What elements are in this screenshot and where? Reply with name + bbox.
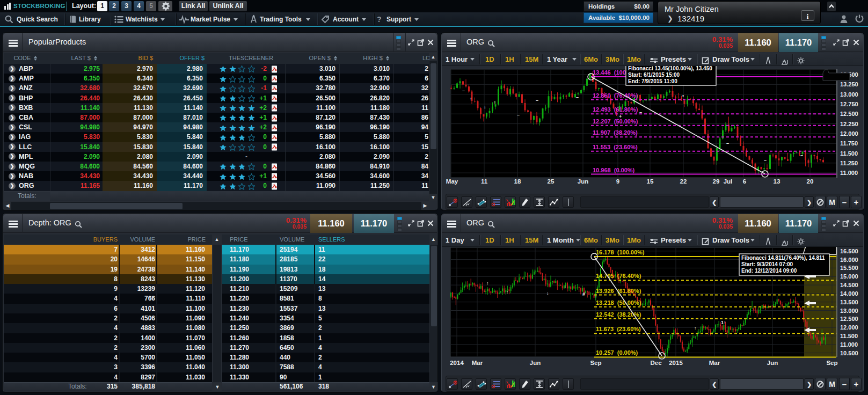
svg-text:11.553 (23.60%): 11.553 (23.60%) (593, 144, 638, 150)
svg-text:•: • (682, 93, 684, 99)
svg-text:10.968 (0.00%): 10.968 (0.00%) (593, 167, 635, 173)
svg-text:End: 7/9/2015 11:00: End: 7/9/2015 11:00 (628, 78, 677, 84)
svg-text:11.250: 11.250 (840, 160, 858, 166)
svg-text:15.500: 15.500 (840, 265, 858, 271)
svg-text:–: – (764, 158, 767, 163)
svg-text:Start: 6/1/2015 15:00: Start: 6/1/2015 15:00 (628, 72, 680, 78)
svg-text:11.673 (23.60%): 11.673 (23.60%) (596, 326, 641, 332)
svg-text:Mar: Mar (709, 360, 720, 366)
svg-text:10.257 (0.00%): 10.257 (0.00%) (596, 349, 638, 356)
svg-text:Mar: Mar (472, 360, 483, 366)
svg-text:15.000: 15.000 (840, 273, 858, 280)
svg-text:6: 6 (743, 178, 746, 185)
svg-text:Sep: Sep (590, 360, 601, 366)
svg-text:13: 13 (774, 178, 781, 185)
svg-text:–: – (462, 88, 465, 93)
svg-text:Jun: Jun (578, 178, 588, 185)
svg-text:↑: ↑ (486, 281, 489, 286)
svg-text:12.207 (50.00%): 12.207 (50.00%) (593, 118, 638, 125)
svg-text:Jul: Jul (724, 178, 733, 185)
svg-text:–: – (536, 98, 538, 103)
svg-text:May: May (446, 178, 458, 185)
svg-text:11: 11 (481, 178, 488, 185)
svg-text:↓: ↓ (484, 104, 486, 109)
svg-text:10.500: 10.500 (840, 350, 858, 356)
svg-text:14.500: 14.500 (840, 282, 858, 288)
svg-text:11.000: 11.000 (840, 170, 858, 176)
svg-text:13.000: 13.000 (840, 91, 858, 98)
svg-text:End: 12/12/2014 09:00: End: 12/12/2014 09:00 (741, 268, 797, 274)
svg-text:↑: ↑ (493, 100, 496, 105)
svg-text:12.500: 12.500 (840, 111, 858, 117)
svg-text:25: 25 (548, 178, 555, 185)
svg-text:12.860 (76.40%): 12.860 (76.40%) (593, 92, 638, 99)
svg-text:12.250: 12.250 (840, 121, 858, 127)
svg-text:↓: ↓ (546, 290, 549, 296)
svg-text:–: – (726, 141, 729, 146)
svg-text:13.000: 13.000 (840, 308, 858, 314)
svg-text:Fibonacci 14.811(76.40%), 14.8: Fibonacci 14.811(76.40%), 14.811 (741, 255, 825, 261)
svg-text:11.500: 11.500 (840, 150, 858, 157)
svg-text:Sep: Sep (826, 360, 837, 366)
svg-text:11.000: 11.000 (840, 341, 858, 348)
svg-text:14.795 (76.40%): 14.795 (76.40%) (596, 273, 641, 279)
svg-text:12.493 (61.80%): 12.493 (61.80%) (593, 106, 638, 113)
svg-text:13.218 (50.00%): 13.218 (50.00%) (596, 299, 641, 306)
svg-text:11.500: 11.500 (840, 333, 858, 339)
svg-text:13.500: 13.500 (840, 299, 858, 305)
svg-text:↓: ↓ (564, 284, 567, 289)
svg-text:12.542 (38.20%): 12.542 (38.20%) (596, 311, 641, 318)
svg-text:↑: ↑ (470, 96, 472, 101)
svg-text:16.000: 16.000 (840, 257, 858, 263)
svg-text:#: # (582, 291, 585, 297)
svg-text:12.500: 12.500 (840, 316, 858, 322)
svg-text:Jun: Jun (767, 360, 778, 366)
svg-text:2015: 2015 (669, 360, 683, 366)
svg-text:16.500: 16.500 (840, 248, 858, 254)
svg-text:20: 20 (807, 178, 814, 185)
svg-text:29: 29 (713, 178, 720, 185)
svg-text:1↑: 1↑ (721, 320, 726, 325)
svg-text:9: 9 (616, 178, 619, 185)
svg-text:–: – (576, 94, 579, 100)
svg-text:12.000: 12.000 (840, 130, 858, 137)
svg-text:14.000: 14.000 (840, 290, 858, 297)
svg-text:Fibonacci 13.45(100.00%), 13.4: Fibonacci 13.45(100.00%), 13.450 (628, 65, 712, 71)
svg-text:13.250: 13.250 (840, 81, 858, 87)
svg-text:12.000: 12.000 (840, 324, 858, 331)
svg-text:11.907 (38.20%): 11.907 (38.20%) (593, 129, 638, 136)
svg-text:15: 15 (647, 178, 654, 185)
svg-text:22: 22 (680, 178, 687, 185)
svg-text:–: – (517, 112, 520, 118)
svg-text:12.750: 12.750 (840, 101, 858, 107)
svg-text:Dec: Dec (650, 360, 662, 366)
svg-text:↑: ↑ (506, 289, 509, 295)
svg-text:18: 18 (514, 178, 521, 185)
svg-text:Jun: Jun (530, 360, 541, 366)
svg-text:Start: 9/3/2014 07:00: Start: 9/3/2014 07:00 (741, 261, 793, 267)
svg-text:11.750: 11.750 (840, 140, 858, 147)
svg-text:–: – (800, 152, 803, 158)
svg-text:2014: 2014 (450, 360, 464, 366)
svg-text:↑: ↑ (694, 325, 697, 331)
svg-text:16.178 (100.00%): 16.178 (100.00%) (596, 249, 645, 255)
